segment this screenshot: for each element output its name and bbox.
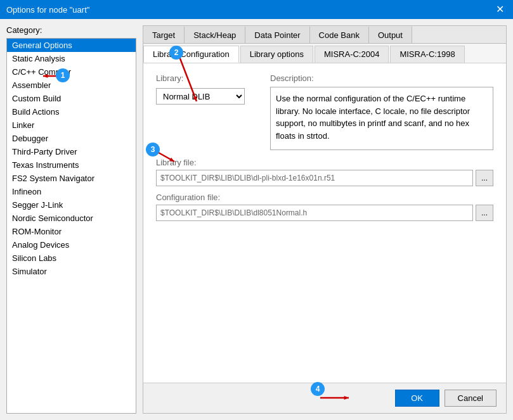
sidebar-item-build-actions[interactable]: Build Actions <box>7 105 136 118</box>
config-file-label: Configuration file: <box>156 193 493 202</box>
sidebar-item-simulator[interactable]: Simulator <box>7 265 136 278</box>
annotation-1: 1 <box>56 68 70 82</box>
sidebar-item-nordic-semiconductor[interactable]: Nordic Semiconductor <box>7 212 136 225</box>
sidebar-item-assembler[interactable]: Assembler <box>7 79 136 92</box>
cancel-button[interactable]: Cancel <box>445 390 497 407</box>
sidebar-item-infineon[interactable]: Infineon <box>7 185 136 198</box>
library-label: Library: <box>156 73 257 83</box>
tabs-row-2: Library Configuration Library options MI… <box>143 44 506 63</box>
sidebar-item-custom-build[interactable]: Custom Build <box>7 92 136 105</box>
category-label: Category: <box>6 25 136 35</box>
library-file-label: Library file: <box>156 158 493 167</box>
sidebar-item-texas-instruments[interactable]: Texas Instruments <box>7 158 136 172</box>
right-panel: Target Stack/Heap Data Pointer Code Bank… <box>143 25 507 414</box>
tab-data-pointer[interactable]: Data Pointer <box>245 26 309 43</box>
category-list: General Options Static Analysis C/C++ Co… <box>6 38 136 414</box>
config-file-row: Configuration file: ... <box>156 193 493 221</box>
title-bar: Options for node "uart" ✕ <box>0 0 513 19</box>
library-file-input[interactable] <box>156 170 473 186</box>
tabs-row-1: Target Stack/Heap Data Pointer Code Bank… <box>143 26 506 44</box>
library-file-row: Library file: ... <box>156 158 493 186</box>
tab-target[interactable]: Target <box>143 26 185 43</box>
annotation-4: 4 <box>311 382 325 396</box>
dialog-title: Options for node "uart" <box>6 5 89 15</box>
tab-library-options[interactable]: Library options <box>240 46 313 63</box>
bottom-bar: OK Cancel <box>143 383 506 413</box>
sidebar-item-segger-j-link[interactable]: Segger J-Link <box>7 198 136 212</box>
close-button[interactable]: ✕ <box>493 4 507 15</box>
sidebar-item-silicon-labs[interactable]: Silicon Labs <box>7 251 136 265</box>
left-panel: Category: General Options Static Analysi… <box>6 25 136 414</box>
description-label: Description: <box>270 73 493 83</box>
library-section: Library: Normal DLIB None Full DLIB Cust… <box>156 73 493 150</box>
file-section: Library file: ... Configuration file: ..… <box>156 158 493 221</box>
library-left: Library: Normal DLIB None Full DLIB Cust… <box>156 73 257 105</box>
description-box: Use the normal configuration of the C/EC… <box>270 87 493 150</box>
content-area: Library: Normal DLIB None Full DLIB Cust… <box>143 63 506 383</box>
dialog-body: Category: General Options Static Analysi… <box>0 19 513 420</box>
config-file-browse-button[interactable]: ... <box>476 205 493 221</box>
tab-misra-c2004[interactable]: MISRA-C:2004 <box>315 46 389 63</box>
sidebar-item-rom-monitor[interactable]: ROM-Monitor <box>7 225 136 238</box>
sidebar-item-third-party-driver[interactable]: Third-Party Driver <box>7 145 136 158</box>
description-section: Description: Use the normal configuratio… <box>270 73 493 150</box>
ok-button[interactable]: OK <box>395 390 439 407</box>
sidebar-item-cpp-compiler[interactable]: C/C++ Compiler <box>7 65 136 79</box>
library-select[interactable]: Normal DLIB None Full DLIB Custom DLIB <box>156 88 245 105</box>
sidebar-item-fs2-system-navigator[interactable]: FS2 System Navigator <box>7 172 136 185</box>
sidebar-item-linker[interactable]: Linker <box>7 118 136 132</box>
tab-library-configuration[interactable]: Library Configuration <box>143 46 239 63</box>
sidebar-item-general-options[interactable]: General Options <box>7 39 136 52</box>
sidebar-item-static-analysis[interactable]: Static Analysis <box>7 52 136 65</box>
config-file-input[interactable] <box>156 205 473 221</box>
annotation-2: 2 <box>169 46 183 60</box>
library-file-browse-button[interactable]: ... <box>476 170 493 186</box>
library-select-wrapper: Normal DLIB None Full DLIB Custom DLIB <box>156 88 257 105</box>
tab-stack-heap[interactable]: Stack/Heap <box>185 26 245 43</box>
annotation-3: 3 <box>146 143 160 156</box>
library-file-input-row: ... <box>156 170 493 186</box>
sidebar-item-analog-devices[interactable]: Analog Devices <box>7 238 136 251</box>
tab-code-bank[interactable]: Code Bank <box>310 26 369 43</box>
tab-misra-c1998[interactable]: MISRA-C:1998 <box>390 46 464 63</box>
tab-output[interactable]: Output <box>369 26 412 43</box>
config-file-input-row: ... <box>156 205 493 221</box>
sidebar-item-debugger[interactable]: Debugger <box>7 132 136 145</box>
